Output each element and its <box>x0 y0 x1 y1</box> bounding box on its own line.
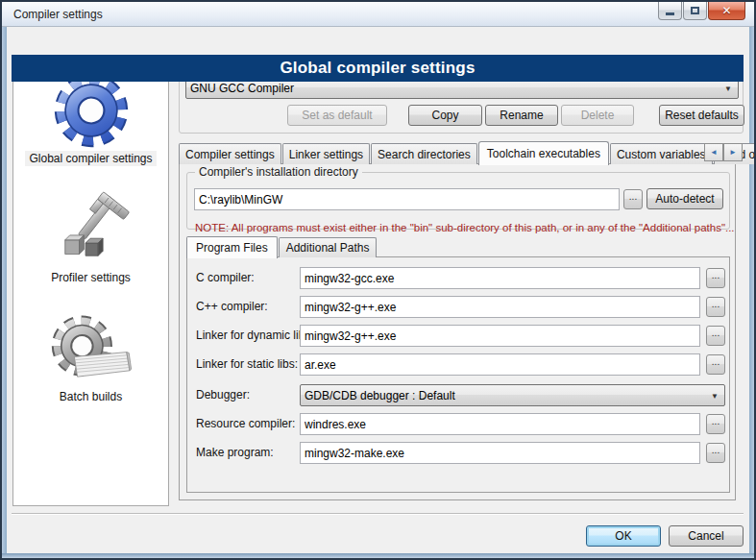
tab-scroll-right-button[interactable]: ► <box>723 143 743 161</box>
debugger-dropdown[interactable]: GDB/CDB debugger : Default ▼ <box>300 384 725 406</box>
footer-separator <box>12 513 744 515</box>
installation-directory-input[interactable] <box>194 188 620 210</box>
caption-buttons: ✕ <box>657 2 745 20</box>
cancel-button[interactable]: Cancel <box>669 525 744 547</box>
form-row-debugger: Debugger: GDB/CDB debugger : Default ▼ <box>187 384 729 407</box>
compiler-settings-window: Compiler settings ✕ Global compiler sett… <box>0 0 756 560</box>
settings-tab-bar: Compiler settings Linker settings Search… <box>179 140 756 164</box>
tab-scroll-left-button[interactable]: ◄ <box>704 143 723 161</box>
sidebar-item-batch-builds[interactable]: Batch builds <box>45 312 137 404</box>
auto-detect-button[interactable]: Auto-detect <box>646 188 723 209</box>
resource-compiler-label: Resource compiler: <box>196 417 295 430</box>
browse-resource-compiler-button[interactable]: ... <box>706 414 725 434</box>
tab-program-files[interactable]: Program Files <box>186 236 278 258</box>
window-frame-right <box>749 27 754 558</box>
window-frame-bottom <box>2 553 754 558</box>
static-linker-label: Linker for static libs: <box>196 357 298 371</box>
caliper-icon <box>51 191 130 270</box>
browse-c-compiler-button[interactable]: ... <box>706 268 725 288</box>
resource-compiler-input[interactable] <box>300 413 700 435</box>
dynamic-linker-label: Linker for dynamic libs: <box>196 329 314 342</box>
window-title: Compiler settings <box>13 8 103 21</box>
program-files-tab-bar: Program Files Additional Paths <box>186 236 378 257</box>
debugger-label: Debugger: <box>196 388 250 402</box>
close-icon: ✕ <box>721 4 731 17</box>
browse-dynamic-linker-button[interactable]: ... <box>706 326 725 346</box>
dialog-body: Global compiler settings <box>7 27 749 553</box>
form-row-cpp-compiler: C++ compiler: ... <box>187 296 729 319</box>
set-as-default-button[interactable]: Set as default <box>287 105 387 126</box>
chevron-down-icon: ▼ <box>711 392 719 401</box>
arrow-left-icon: ◄ <box>710 148 718 157</box>
arrow-right-icon: ► <box>729 148 737 157</box>
gray-gear-stack-icon <box>45 312 137 389</box>
tab-custom-variables[interactable]: Custom variables <box>610 143 713 164</box>
maximize-button[interactable] <box>683 2 707 20</box>
debugger-value: GDB/CDB debugger : Default <box>305 389 455 402</box>
form-row-c-compiler: C compiler: ... <box>187 267 729 290</box>
chevron-down-icon: ▼ <box>724 85 732 93</box>
tab-linker-settings[interactable]: Linker settings <box>282 143 370 164</box>
cpp-compiler-input[interactable] <box>300 296 700 318</box>
c-compiler-input[interactable] <box>300 267 700 289</box>
sidebar-item-label: Profiler settings <box>47 270 134 285</box>
ok-button[interactable]: OK <box>586 525 661 547</box>
reset-defaults-button[interactable]: Reset defaults <box>659 105 744 126</box>
form-row-resource-compiler: Resource compiler: ... <box>187 413 729 436</box>
browse-make-program-button[interactable]: ... <box>706 443 725 463</box>
browse-directory-button[interactable]: ... <box>623 189 643 209</box>
title-bar[interactable]: Compiler settings ✕ <box>2 2 754 27</box>
tab-compiler-settings[interactable]: Compiler settings <box>179 143 281 164</box>
tab-search-directories[interactable]: Search directories <box>371 143 477 164</box>
installation-directory-label: Compiler's installation directory <box>195 165 362 179</box>
sidebar-item-label: Global compiler settings <box>25 151 156 166</box>
settings-category-list[interactable]: Global compiler settings <box>12 61 169 506</box>
cpp-compiler-label: C++ compiler: <box>196 300 268 313</box>
toolchain-executables-page: Compiler's installation directory ... Au… <box>179 163 736 500</box>
installation-directory-group: Compiler's installation directory ... Au… <box>186 172 730 230</box>
note-text: NOTE: All programs must exist either in … <box>195 222 735 233</box>
rename-button[interactable]: Rename <box>485 105 558 126</box>
sidebar-item-profiler-settings[interactable]: Profiler settings <box>47 191 134 285</box>
selected-compiler-value: GNU GCC Compiler <box>190 82 294 95</box>
minimize-button[interactable] <box>658 2 682 20</box>
delete-button[interactable]: Delete <box>561 105 634 126</box>
copy-button[interactable]: Copy <box>408 105 482 126</box>
make-program-input[interactable] <box>300 442 700 464</box>
minimize-icon <box>666 12 674 15</box>
form-row-make-program: Make program: ... <box>187 442 729 465</box>
dialog-header: Global compiler settings <box>12 55 744 82</box>
dynamic-linker-input[interactable] <box>300 325 700 347</box>
tab-additional-paths[interactable]: Additional Paths <box>279 237 378 257</box>
form-row-static-linker: Linker for static libs: ... <box>187 353 729 377</box>
static-linker-input[interactable] <box>300 353 700 376</box>
tab-toolchain-executables[interactable]: Toolchain executables <box>478 141 609 165</box>
program-files-page: C compiler: ... C++ compiler: ... Linker… <box>186 256 730 493</box>
browse-cpp-compiler-button[interactable]: ... <box>706 297 725 317</box>
form-row-dynamic-linker: Linker for dynamic libs: ... <box>187 325 729 348</box>
blue-gear-icon <box>51 70 132 151</box>
maximize-icon <box>691 7 699 14</box>
page-title: Global compiler settings <box>280 59 475 78</box>
tab-scroll-buttons: ◄ ► <box>704 143 743 161</box>
sidebar-item-global-compiler-settings[interactable]: Global compiler settings <box>25 70 156 166</box>
c-compiler-label: C compiler: <box>196 271 255 284</box>
browse-static-linker-button[interactable]: ... <box>706 354 725 375</box>
main-panel: Selected compiler GNU GCC Compiler ▼ Set… <box>179 59 744 539</box>
make-program-label: Make program: <box>196 446 274 459</box>
close-button[interactable]: ✕ <box>708 2 745 20</box>
sidebar-item-label: Batch builds <box>56 389 126 404</box>
